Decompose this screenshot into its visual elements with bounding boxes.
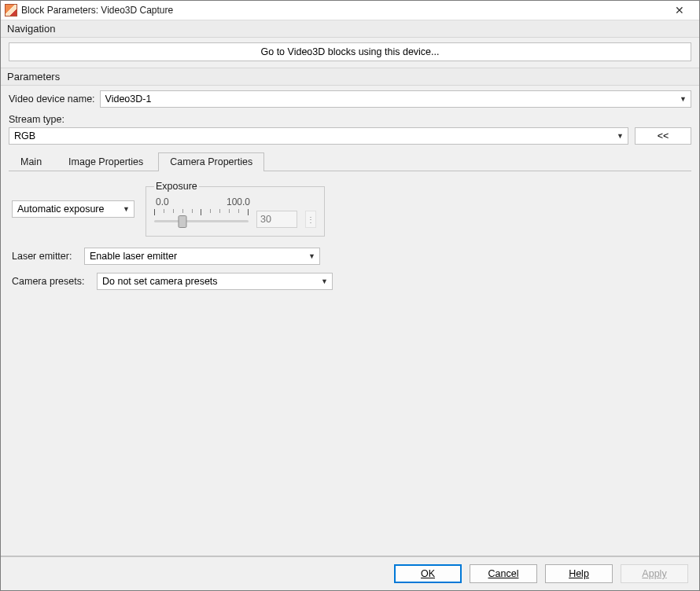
apply-button[interactable]: Apply (621, 564, 688, 583)
stream-type-controls: ▼ << (9, 127, 691, 145)
exposure-value-input[interactable] (256, 211, 297, 228)
exposure-row: ▼ Exposure 0.0 100.0 (12, 181, 688, 237)
tab-image-properties[interactable]: Image Properties (57, 152, 155, 171)
video-device-label: Video device name: (9, 94, 95, 105)
exposure-group: Exposure 0.0 100.0 (146, 181, 325, 237)
cancel-button[interactable]: Cancel (470, 564, 537, 583)
parameters-section: Video device name: ▼ Stream type: ▼ < (1, 86, 699, 556)
help-label: Help (569, 568, 589, 579)
laser-emitter-select[interactable] (84, 248, 320, 265)
slider-thumb[interactable] (179, 215, 187, 228)
ok-label: OK (421, 568, 435, 579)
exposure-scale: 0.0 100.0 (156, 196, 250, 207)
laser-emitter-label: Laser emitter: (12, 251, 78, 262)
tabstrip: Main Image Properties Camera Properties (9, 152, 691, 171)
tab-main[interactable]: Main (9, 152, 53, 171)
section-header-navigation: Navigation (1, 20, 699, 38)
exposure-slider[interactable] (154, 209, 249, 229)
exposure-slider-row: ⋮ (154, 209, 316, 229)
exposure-mode-select[interactable] (12, 200, 134, 218)
video-device-select-wrap: ▼ (100, 90, 691, 108)
scroll-area: Navigation Go to Video3D blocks using th… (1, 20, 699, 556)
collapse-button[interactable]: << (635, 127, 691, 145)
stream-type-select[interactable] (9, 127, 628, 145)
navigation-section: Go to Video3D blocks using this device..… (1, 38, 699, 68)
apply-label: Apply (642, 568, 666, 579)
stream-type-row: Stream type: ▼ << (9, 114, 691, 145)
goto-video3d-blocks-button[interactable]: Go to Video3D blocks using this device..… (9, 42, 691, 61)
tab-content-camera-properties: ▼ Exposure 0.0 100.0 (9, 171, 691, 549)
help-button[interactable]: Help (545, 564, 613, 583)
stream-type-select-wrap: ▼ (9, 127, 628, 145)
titlebar: Block Parameters: Video3D Capture ✕ (1, 1, 699, 20)
ok-button[interactable]: OK (394, 564, 462, 583)
camera-presets-row: Camera presets: ▼ (12, 273, 688, 290)
button-bar: OK Cancel Help Apply (1, 557, 699, 590)
camera-presets-select-wrap: ▼ (97, 273, 333, 290)
dialog-body: Navigation Go to Video3D blocks using th… (1, 20, 699, 590)
exposure-max-label: 100.0 (227, 196, 250, 207)
video-device-select[interactable] (100, 90, 691, 108)
exposure-mode-select-wrap: ▼ (12, 200, 134, 218)
laser-emitter-row: Laser emitter: ▼ (12, 248, 688, 265)
app-icon (5, 4, 17, 17)
slider-track (154, 220, 249, 222)
exposure-group-label: Exposure (154, 181, 199, 192)
exposure-min-label: 0.0 (156, 196, 169, 207)
dialog-window: Block Parameters: Video3D Capture ✕ Navi… (0, 0, 700, 591)
section-header-parameters: Parameters (1, 68, 699, 86)
close-icon: ✕ (675, 4, 684, 17)
slider-ticks (154, 209, 249, 217)
camera-presets-label: Camera presets: (12, 276, 90, 287)
tab-pane: Main Image Properties Camera Properties … (9, 151, 691, 549)
vertical-dots-icon: ⋮ (307, 215, 315, 224)
stream-type-label: Stream type: (9, 114, 691, 125)
window-title: Block Parameters: Video3D Capture (21, 5, 662, 16)
close-button[interactable]: ✕ (662, 1, 697, 20)
tab-camera-properties[interactable]: Camera Properties (158, 152, 264, 171)
video-device-row: Video device name: ▼ (9, 90, 691, 108)
camera-presets-select[interactable] (97, 273, 333, 290)
exposure-actions-button[interactable]: ⋮ (305, 211, 316, 228)
laser-emitter-select-wrap: ▼ (84, 248, 320, 265)
cancel-label: Cancel (488, 568, 519, 579)
